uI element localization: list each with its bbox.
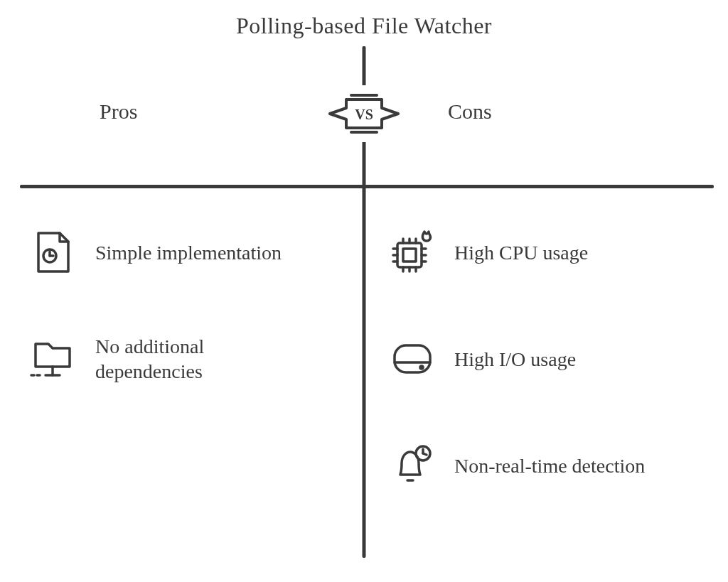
cons-header: Cons <box>448 99 492 124</box>
svg-rect-23 <box>395 345 430 372</box>
cons-item-text: High I/O usage <box>454 347 576 372</box>
pros-item: No additional dependencies <box>28 334 309 384</box>
cons-item: Non-real-time detection <box>387 441 645 490</box>
pros-item-text: Simple implementation <box>95 240 282 265</box>
vs-badge: VS <box>321 85 407 142</box>
disk-icon <box>387 334 437 384</box>
folder-network-icon <box>28 334 78 384</box>
diagram-title: Polling-based File Watcher <box>236 13 492 39</box>
cpu-fire-icon <box>387 227 437 277</box>
svg-line-29 <box>423 453 427 455</box>
cons-item-text: High CPU usage <box>454 240 588 265</box>
bell-clock-icon <box>387 441 437 490</box>
horizontal-divider <box>20 185 714 188</box>
cons-item-text: Non-real-time detection <box>454 453 645 478</box>
svg-point-25 <box>420 366 423 369</box>
pros-item-text: No additional dependencies <box>95 334 309 384</box>
cons-item: High I/O usage <box>387 334 576 384</box>
vs-label: VS <box>355 107 373 122</box>
cons-item: High CPU usage <box>387 227 588 277</box>
file-clock-icon <box>28 227 78 277</box>
svg-rect-9 <box>397 243 422 267</box>
pros-header: Pros <box>100 99 137 124</box>
svg-rect-10 <box>403 249 416 262</box>
pros-item: Simple implementation <box>28 227 282 277</box>
